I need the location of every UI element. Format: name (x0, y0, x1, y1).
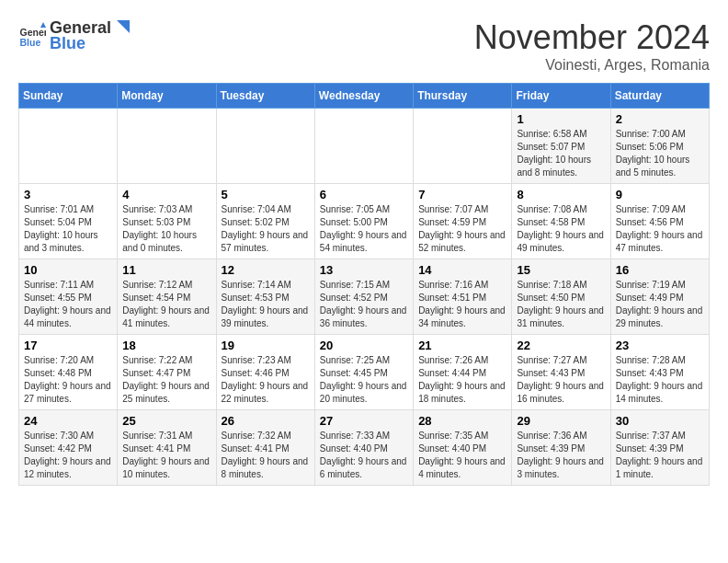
weekday-header: Wednesday (314, 84, 413, 109)
day-info: Sunrise: 7:01 AM Sunset: 5:04 PM Dayligh… (24, 203, 112, 255)
title-area: November 2024 Voinesti, Arges, Romania (474, 18, 710, 74)
day-number: 16 (616, 263, 704, 277)
day-number: 23 (616, 339, 704, 352)
calendar-cell: 17Sunrise: 7:20 AM Sunset: 4:48 PM Dayli… (19, 335, 118, 410)
day-number: 21 (418, 339, 506, 352)
calendar-cell: 26Sunrise: 7:32 AM Sunset: 4:41 PM Dayli… (216, 410, 314, 486)
day-number: 4 (122, 188, 210, 201)
logo-icon: General Blue (18, 22, 46, 50)
month-title: November 2024 (474, 18, 710, 57)
day-number: 8 (517, 188, 605, 201)
calendar-cell (414, 109, 512, 184)
day-info: Sunrise: 7:32 AM Sunset: 4:41 PM Dayligh… (222, 430, 310, 481)
calendar-cell: 18Sunrise: 7:22 AM Sunset: 4:47 PM Dayli… (118, 335, 216, 410)
weekday-header: Tuesday (216, 84, 314, 109)
svg-text:Blue: Blue (20, 37, 41, 48)
calendar-cell: 6Sunrise: 7:05 AM Sunset: 5:00 PM Daylig… (314, 184, 413, 259)
calendar-cell: 14Sunrise: 7:16 AM Sunset: 4:51 PM Dayli… (414, 259, 512, 335)
day-number: 11 (122, 263, 210, 277)
day-number: 5 (222, 188, 310, 201)
day-info: Sunrise: 7:08 AM Sunset: 4:58 PM Dayligh… (517, 203, 605, 255)
day-info: Sunrise: 7:14 AM Sunset: 4:53 PM Dayligh… (222, 279, 310, 330)
day-number: 18 (122, 339, 210, 352)
day-number: 22 (517, 339, 605, 352)
calendar-cell: 29Sunrise: 7:36 AM Sunset: 4:39 PM Dayli… (512, 410, 610, 486)
calendar-cell: 24Sunrise: 7:30 AM Sunset: 4:42 PM Dayli… (19, 410, 118, 486)
header: General Blue General Blue November 2024 … (18, 18, 710, 74)
day-info: Sunrise: 7:07 AM Sunset: 4:59 PM Dayligh… (418, 203, 506, 255)
day-info: Sunrise: 7:05 AM Sunset: 5:00 PM Dayligh… (320, 203, 408, 255)
calendar-week-row: 17Sunrise: 7:20 AM Sunset: 4:48 PM Dayli… (19, 335, 710, 410)
calendar-cell: 12Sunrise: 7:14 AM Sunset: 4:53 PM Dayli… (216, 259, 314, 335)
day-number: 30 (616, 414, 704, 428)
day-info: Sunrise: 7:18 AM Sunset: 4:50 PM Dayligh… (517, 279, 605, 330)
day-info: Sunrise: 7:20 AM Sunset: 4:48 PM Dayligh… (24, 354, 112, 406)
day-info: Sunrise: 7:23 AM Sunset: 4:46 PM Dayligh… (222, 354, 310, 406)
day-info: Sunrise: 7:30 AM Sunset: 4:42 PM Dayligh… (24, 430, 112, 481)
weekday-header: Friday (512, 84, 610, 109)
day-number: 19 (222, 339, 310, 352)
day-info: Sunrise: 7:26 AM Sunset: 4:44 PM Dayligh… (418, 354, 506, 406)
calendar-cell: 19Sunrise: 7:23 AM Sunset: 4:46 PM Dayli… (216, 335, 314, 410)
day-number: 7 (418, 188, 506, 201)
logo-triangle-icon (113, 20, 130, 37)
calendar-cell: 4Sunrise: 7:03 AM Sunset: 5:03 PM Daylig… (118, 184, 216, 259)
svg-marker-2 (40, 22, 46, 28)
calendar-cell (314, 109, 413, 184)
day-info: Sunrise: 7:25 AM Sunset: 4:45 PM Dayligh… (320, 354, 408, 406)
day-info: Sunrise: 7:03 AM Sunset: 5:03 PM Dayligh… (122, 203, 210, 255)
weekday-header: Thursday (414, 84, 512, 109)
day-info: Sunrise: 7:27 AM Sunset: 4:43 PM Dayligh… (517, 354, 605, 406)
calendar-cell: 20Sunrise: 7:25 AM Sunset: 4:45 PM Dayli… (314, 335, 413, 410)
day-number: 26 (222, 414, 310, 428)
logo: General Blue General Blue (18, 18, 130, 53)
day-info: Sunrise: 7:00 AM Sunset: 5:06 PM Dayligh… (616, 128, 704, 179)
day-number: 15 (517, 263, 605, 277)
day-number: 12 (222, 263, 310, 277)
calendar-cell (19, 109, 118, 184)
calendar-cell: 1Sunrise: 6:58 AM Sunset: 5:07 PM Daylig… (512, 109, 610, 184)
calendar-cell: 16Sunrise: 7:19 AM Sunset: 4:49 PM Dayli… (610, 259, 709, 335)
day-info: Sunrise: 7:12 AM Sunset: 4:54 PM Dayligh… (122, 279, 210, 330)
calendar-cell: 8Sunrise: 7:08 AM Sunset: 4:58 PM Daylig… (512, 184, 610, 259)
location-subtitle: Voinesti, Arges, Romania (474, 57, 710, 74)
day-info: Sunrise: 7:36 AM Sunset: 4:39 PM Dayligh… (517, 430, 605, 481)
calendar-cell: 27Sunrise: 7:33 AM Sunset: 4:40 PM Dayli… (314, 410, 413, 486)
day-number: 1 (517, 112, 605, 126)
day-number: 10 (24, 263, 112, 277)
weekday-header: Saturday (610, 84, 709, 109)
calendar-week-row: 24Sunrise: 7:30 AM Sunset: 4:42 PM Dayli… (19, 410, 710, 486)
day-info: Sunrise: 6:58 AM Sunset: 5:07 PM Dayligh… (517, 128, 605, 179)
day-number: 28 (418, 414, 506, 428)
day-info: Sunrise: 7:22 AM Sunset: 4:47 PM Dayligh… (122, 354, 210, 406)
day-number: 9 (616, 188, 704, 201)
calendar-cell: 21Sunrise: 7:26 AM Sunset: 4:44 PM Dayli… (414, 335, 512, 410)
calendar-cell (216, 109, 314, 184)
calendar-cell: 28Sunrise: 7:35 AM Sunset: 4:40 PM Dayli… (414, 410, 512, 486)
day-number: 14 (418, 263, 506, 277)
day-info: Sunrise: 7:16 AM Sunset: 4:51 PM Dayligh… (418, 279, 506, 330)
day-number: 2 (616, 112, 704, 126)
calendar-cell: 22Sunrise: 7:27 AM Sunset: 4:43 PM Dayli… (512, 335, 610, 410)
day-info: Sunrise: 7:11 AM Sunset: 4:55 PM Dayligh… (24, 279, 112, 330)
day-number: 24 (24, 414, 112, 428)
weekday-header: Monday (118, 84, 216, 109)
calendar-cell: 10Sunrise: 7:11 AM Sunset: 4:55 PM Dayli… (19, 259, 118, 335)
day-number: 13 (320, 263, 408, 277)
calendar-cell: 7Sunrise: 7:07 AM Sunset: 4:59 PM Daylig… (414, 184, 512, 259)
calendar-cell: 25Sunrise: 7:31 AM Sunset: 4:41 PM Dayli… (118, 410, 216, 486)
calendar-cell: 13Sunrise: 7:15 AM Sunset: 4:52 PM Dayli… (314, 259, 413, 335)
day-info: Sunrise: 7:19 AM Sunset: 4:49 PM Dayligh… (616, 279, 704, 330)
calendar-cell: 5Sunrise: 7:04 AM Sunset: 5:02 PM Daylig… (216, 184, 314, 259)
weekday-header-row: SundayMondayTuesdayWednesdayThursdayFrid… (19, 84, 710, 109)
day-number: 27 (320, 414, 408, 428)
day-number: 25 (122, 414, 210, 428)
calendar-cell: 2Sunrise: 7:00 AM Sunset: 5:06 PM Daylig… (610, 109, 709, 184)
day-number: 29 (517, 414, 605, 428)
day-number: 6 (320, 188, 408, 201)
calendar-table: SundayMondayTuesdayWednesdayThursdayFrid… (18, 83, 710, 486)
day-info: Sunrise: 7:31 AM Sunset: 4:41 PM Dayligh… (122, 430, 210, 481)
day-info: Sunrise: 7:28 AM Sunset: 4:43 PM Dayligh… (616, 354, 704, 406)
day-info: Sunrise: 7:35 AM Sunset: 4:40 PM Dayligh… (418, 430, 506, 481)
calendar-cell: 30Sunrise: 7:37 AM Sunset: 4:39 PM Dayli… (610, 410, 709, 486)
